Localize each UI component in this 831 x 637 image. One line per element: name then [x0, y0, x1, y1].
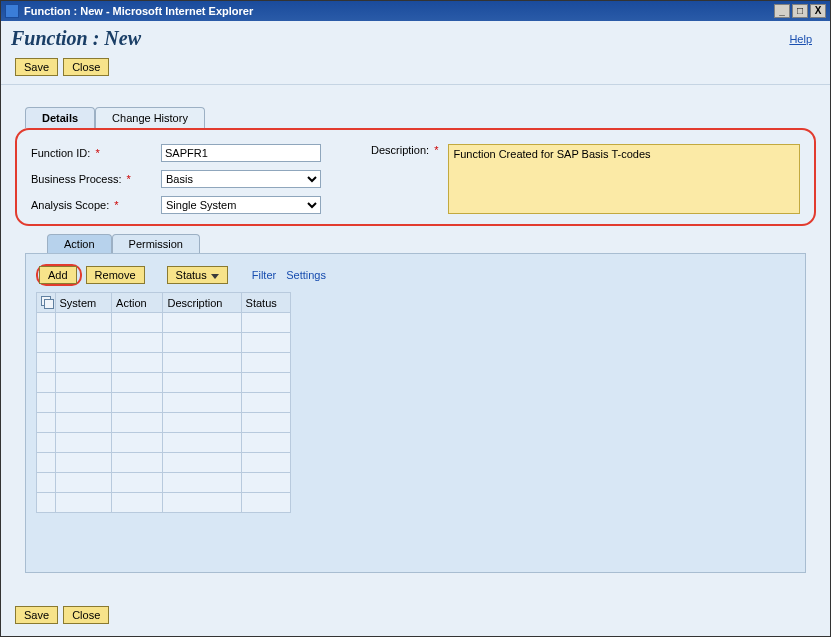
- table-row[interactable]: [37, 493, 291, 513]
- close-button-bottom[interactable]: Close: [63, 606, 109, 624]
- analysis-scope-label: Analysis Scope: *: [31, 199, 161, 211]
- table-row[interactable]: [37, 353, 291, 373]
- function-id-label: Function ID: *: [31, 147, 161, 159]
- table-row[interactable]: [37, 333, 291, 353]
- tab-details[interactable]: Details: [25, 107, 95, 128]
- description-textarea[interactable]: [448, 144, 800, 214]
- remove-button[interactable]: Remove: [86, 266, 145, 284]
- main-tab-bar: Details Change History: [1, 107, 830, 128]
- table-row[interactable]: [37, 433, 291, 453]
- analysis-scope-select[interactable]: Single System: [161, 196, 321, 214]
- description-label: Description: *: [371, 144, 438, 214]
- table-row[interactable]: [37, 373, 291, 393]
- window-titlebar: Function : New - Microsoft Internet Expl…: [1, 1, 830, 21]
- action-toolbar: Add Remove Status Filter Settings: [36, 264, 795, 286]
- column-system[interactable]: System: [55, 293, 112, 313]
- app-icon: [5, 4, 19, 18]
- bottom-toolbar: Save Close: [15, 606, 111, 624]
- close-window-button[interactable]: X: [810, 4, 826, 18]
- tab-permission[interactable]: Permission: [112, 234, 200, 253]
- function-id-input[interactable]: [161, 144, 321, 162]
- help-link[interactable]: Help: [789, 33, 812, 45]
- tab-change-history[interactable]: Change History: [95, 107, 205, 128]
- column-description[interactable]: Description: [163, 293, 241, 313]
- minimize-button[interactable]: _: [774, 4, 790, 18]
- grid-body: [37, 313, 291, 513]
- page-title: Function : New: [11, 27, 789, 50]
- business-process-label: Business Process: *: [31, 173, 161, 185]
- status-button[interactable]: Status: [167, 266, 228, 284]
- add-button[interactable]: Add: [39, 266, 77, 284]
- filter-link[interactable]: Filter: [252, 269, 276, 281]
- sub-tab-bar: Action Permission: [1, 234, 830, 253]
- window-title: Function : New - Microsoft Internet Expl…: [24, 5, 774, 17]
- table-row[interactable]: [37, 453, 291, 473]
- tab-action[interactable]: Action: [47, 234, 112, 253]
- action-grid: System Action Description Status: [36, 292, 291, 513]
- column-status[interactable]: Status: [241, 293, 290, 313]
- business-process-select[interactable]: Basis: [161, 170, 321, 188]
- close-button[interactable]: Close: [63, 58, 109, 76]
- top-toolbar: Save Close: [1, 54, 830, 85]
- action-pane: Add Remove Status Filter Settings System…: [25, 253, 806, 573]
- table-row[interactable]: [37, 393, 291, 413]
- details-pane: Function ID: * Business Process: * Basis…: [15, 128, 816, 226]
- settings-link[interactable]: Settings: [286, 269, 326, 281]
- save-button-bottom[interactable]: Save: [15, 606, 58, 624]
- table-row[interactable]: [37, 413, 291, 433]
- column-action[interactable]: Action: [112, 293, 163, 313]
- column-select-all[interactable]: [37, 293, 56, 313]
- table-row[interactable]: [37, 473, 291, 493]
- maximize-button[interactable]: □: [792, 4, 808, 18]
- select-all-icon: [41, 296, 53, 308]
- save-button[interactable]: Save: [15, 58, 58, 76]
- table-row[interactable]: [37, 313, 291, 333]
